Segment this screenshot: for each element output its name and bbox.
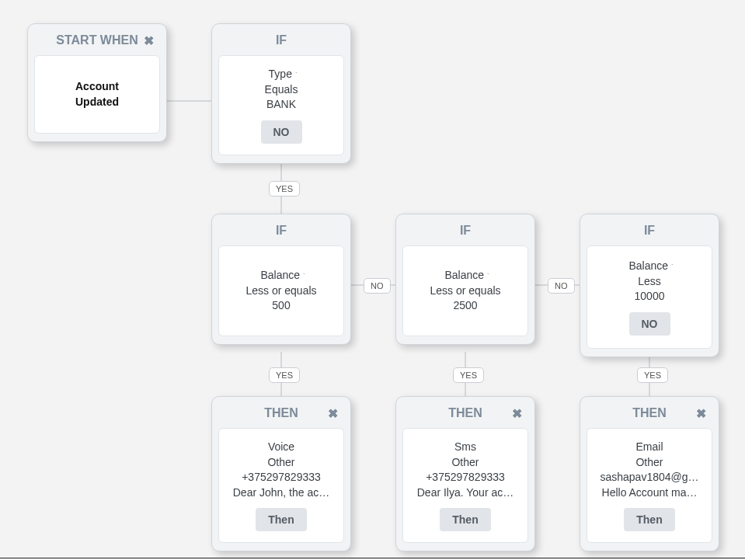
then1-l3: +375297829333 xyxy=(227,470,336,485)
edge-label-yes-1: YES xyxy=(269,181,300,197)
then2-l2: Other xyxy=(411,455,520,471)
node-if4-title: IF xyxy=(644,224,655,237)
if2-field: Balance xyxy=(260,269,300,281)
node-if3-body: Balance. Less or equals 2500 xyxy=(402,245,528,336)
then3-l4: Hello Account ma… xyxy=(595,485,704,501)
then1-l1: Voice xyxy=(227,440,336,455)
node-if-3[interactable]: IF Balance. Less or equals 2500 xyxy=(395,214,535,345)
node-then2-body: Sms Other +375297829333 Dear Ilya. Your … xyxy=(402,428,528,543)
then2-l4: Dear Ilya. Your ac… xyxy=(411,485,520,501)
dot-icon: . xyxy=(487,268,489,276)
if2-value: 500 xyxy=(227,298,336,314)
close-icon[interactable]: ✖ xyxy=(512,406,522,421)
start-line2: Updated xyxy=(75,96,119,108)
footer-divider xyxy=(0,558,745,558)
node-if3-header: IF xyxy=(402,219,528,245)
if4-field: Balance xyxy=(628,259,668,272)
node-then1-header: THEN ✖ xyxy=(218,402,344,428)
if4-value: 10000 xyxy=(595,289,704,304)
node-then-2[interactable]: THEN ✖ Sms Other +375297829333 Dear Ilya… xyxy=(395,396,535,551)
if1-op: Equals xyxy=(227,82,336,98)
then3-l3: sashapav1804@g… xyxy=(595,470,704,485)
if4-no-button[interactable]: NO xyxy=(629,312,670,336)
flow-canvas: START WHEN ✖ Account Updated IF Type. Eq… xyxy=(0,0,745,560)
node-if1-header: IF xyxy=(218,29,344,55)
if3-value: 2500 xyxy=(411,298,520,314)
if1-value: BANK xyxy=(227,97,336,113)
node-if2-title: IF xyxy=(276,224,287,237)
close-icon[interactable]: ✖ xyxy=(328,406,338,421)
close-icon[interactable]: ✖ xyxy=(144,33,154,48)
if2-op: Less or equals xyxy=(227,283,336,299)
then1-l2: Other xyxy=(227,455,336,471)
node-if1-body: Type. Equals BANK NO xyxy=(218,55,344,155)
if3-field: Balance xyxy=(444,269,484,281)
node-if-1[interactable]: IF Type. Equals BANK NO xyxy=(211,23,351,164)
node-then-1[interactable]: THEN ✖ Voice Other +375297829333 Dear Jo… xyxy=(211,396,351,551)
then1-l4: Dear John, the ac… xyxy=(227,485,336,501)
dot-icon: . xyxy=(295,67,298,75)
start-line1: Account xyxy=(75,80,119,92)
node-start[interactable]: START WHEN ✖ Account Updated xyxy=(27,23,167,142)
node-if2-header: IF xyxy=(218,219,344,245)
if1-field: Type xyxy=(269,68,292,80)
then3-l2: Other xyxy=(595,455,704,471)
node-then2-title: THEN xyxy=(448,406,482,419)
dot-icon: . xyxy=(671,259,674,266)
node-then3-body: Email Other sashapav1804@g… Hello Accoun… xyxy=(587,428,712,543)
close-icon[interactable]: ✖ xyxy=(696,406,706,421)
then2-button[interactable]: Then xyxy=(440,508,490,531)
node-then-3[interactable]: THEN ✖ Email Other sashapav1804@g… Hello… xyxy=(580,396,719,551)
node-if-4[interactable]: IF Balance. Less 10000 NO xyxy=(580,214,719,357)
node-then3-header: THEN ✖ xyxy=(587,402,712,428)
if3-op: Less or equals xyxy=(411,283,520,299)
node-if3-title: IF xyxy=(460,224,471,237)
dot-icon: . xyxy=(303,268,305,276)
node-start-header: START WHEN ✖ xyxy=(34,29,160,55)
then3-l1: Email xyxy=(595,440,704,455)
edge-label-yes-4: YES xyxy=(637,367,668,383)
node-if2-body: Balance. Less or equals 500 xyxy=(218,245,344,336)
then1-button[interactable]: Then xyxy=(256,508,306,531)
node-if4-body: Balance. Less 10000 NO xyxy=(587,245,712,349)
node-if1-title: IF xyxy=(276,33,287,47)
node-then2-header: THEN ✖ xyxy=(402,402,528,428)
node-if4-header: IF xyxy=(587,219,712,245)
node-start-body: Account Updated xyxy=(34,55,160,134)
node-then3-title: THEN xyxy=(632,406,667,419)
node-then1-body: Voice Other +375297829333 Dear John, the… xyxy=(218,428,344,543)
edge-label-no-2: NO xyxy=(548,278,575,294)
node-start-title: START WHEN xyxy=(56,33,138,47)
node-if-2[interactable]: IF Balance. Less or equals 500 xyxy=(211,214,351,345)
if4-op: Less xyxy=(595,274,704,290)
then2-l1: Sms xyxy=(411,440,520,455)
then2-l3: +375297829333 xyxy=(411,470,520,485)
edge-label-no-1: NO xyxy=(364,278,391,294)
if1-no-button[interactable]: NO xyxy=(261,120,302,144)
edge-label-yes-3: YES xyxy=(453,367,484,383)
node-then1-title: THEN xyxy=(264,406,298,419)
then3-button[interactable]: Then xyxy=(624,508,674,531)
edge-label-yes-2: YES xyxy=(269,367,300,383)
